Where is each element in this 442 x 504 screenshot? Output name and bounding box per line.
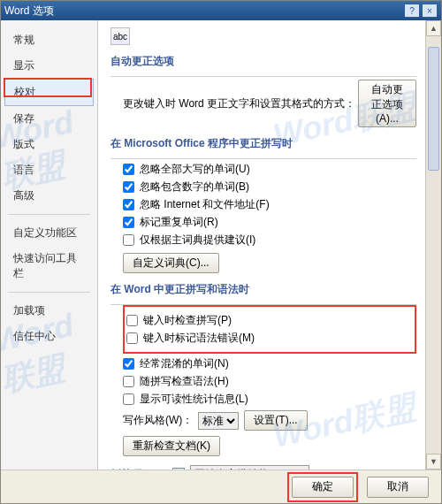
scroll-down-button[interactable]: ▼	[426, 454, 441, 470]
opt-readability-stats-label: 显示可读性统计信息(L)	[140, 392, 248, 407]
window-title: Word 选项	[4, 4, 402, 19]
content: abc 自动更正选项 更改键入时 Word 更正文字和设置其格式的方式： 自动更…	[98, 20, 425, 470]
opt-check-spelling-typing-label: 键入时检查拼写(P)	[143, 313, 232, 328]
opt-main-dict-only[interactable]	[123, 234, 134, 246]
sidebar-divider-2	[8, 292, 90, 293]
dialog-footer: 确定 取消	[1, 470, 441, 503]
cancel-button[interactable]: 取消	[367, 477, 429, 498]
opt-readability-stats[interactable]	[123, 393, 134, 405]
opt-flag-repeated[interactable]	[123, 217, 134, 228]
opt-main-dict-only-label: 仅根据主词典提供建议(I)	[140, 233, 255, 248]
abc-icon: abc	[110, 27, 130, 45]
section-autocorrect-title: 自动更正选项	[110, 54, 416, 69]
recheck-document-button[interactable]: 重新检查文档(K)	[123, 436, 220, 456]
section-exceptions-title-row: 例外项(X)： 网站金字塔结构.docx	[110, 465, 416, 470]
opt-mark-grammar-typing-label: 键入时标记语法错误(M)	[143, 331, 255, 346]
sidebar-item-save[interactable]: 保存	[4, 106, 93, 132]
sidebar-item-layout[interactable]: 版式	[4, 132, 93, 157]
sidebar-item-trust[interactable]: 信任中心	[4, 324, 93, 349]
ok-button[interactable]: 确定	[292, 477, 354, 498]
vertical-scrollbar[interactable]: ▲ ▼	[425, 20, 441, 470]
writing-style-settings-button[interactable]: 设置(T)...	[244, 410, 307, 431]
highlight-typing-checks: 键入时检查拼写(P) 键入时标记语法错误(M)	[123, 305, 416, 354]
sidebar-divider-1	[8, 214, 90, 215]
section-office-spell-title: 在 Microsoft Office 程序中更正拼写时	[110, 136, 416, 151]
opt-grammar-with-spelling-label: 随拼写检查语法(H)	[140, 374, 229, 389]
sidebar-item-language[interactable]: 语言	[4, 157, 93, 183]
scroll-track[interactable]	[426, 36, 441, 454]
word-options-window: Word 选项 ? × 常规 显示 校对 保存 版式 语言 高级 自定义功能区 …	[0, 0, 442, 504]
opt-ignore-numbers-label: 忽略包含数字的单词(B)	[140, 179, 249, 195]
sidebar-item-display[interactable]: 显示	[4, 53, 93, 79]
sidebar-item-proofing[interactable]: 校对	[4, 79, 93, 106]
autocorrect-options-button[interactable]: 自动更正选项(A)...	[358, 80, 416, 127]
autocorrect-desc: 更改键入时 Word 更正文字和设置其格式的方式：	[123, 96, 355, 111]
sidebar-item-qat[interactable]: 快速访问工具栏	[4, 246, 93, 286]
opt-confused-words-label: 经常混淆的单词(N)	[140, 356, 229, 371]
opt-check-spelling-typing[interactable]	[126, 315, 138, 326]
help-button[interactable]: ?	[404, 4, 420, 18]
sidebar-item-customize-ribbon[interactable]: 自定义功能区	[4, 220, 93, 246]
section-word-spell-title: 在 Word 中更正拼写和语法时	[110, 282, 416, 297]
sidebar-item-general[interactable]: 常规	[4, 27, 93, 53]
exceptions-title: 例外项(X)：	[110, 467, 167, 470]
writing-style-label: 写作风格(W)：	[123, 413, 193, 428]
opt-grammar-with-spelling[interactable]	[123, 376, 134, 387]
dialog-body: 常规 显示 校对 保存 版式 语言 高级 自定义功能区 快速访问工具栏 加载项 …	[1, 20, 441, 470]
titlebar: Word 选项 ? ×	[1, 1, 441, 20]
opt-ignore-uppercase-label: 忽略全部大写的单词(U)	[140, 162, 250, 177]
opt-ignore-internet[interactable]	[123, 199, 134, 210]
opt-flag-repeated-label: 标记重复单词(R)	[140, 215, 218, 230]
opt-mark-grammar-typing[interactable]	[126, 332, 138, 344]
sidebar-item-advanced[interactable]: 高级	[4, 183, 93, 209]
writing-style-select[interactable]: 标准	[198, 412, 239, 430]
sidebar-item-addins[interactable]: 加载项	[4, 298, 93, 324]
custom-dictionaries-button[interactable]: 自定义词典(C)...	[123, 253, 219, 273]
sidebar: 常规 显示 校对 保存 版式 语言 高级 自定义功能区 快速访问工具栏 加载项 …	[1, 20, 98, 470]
opt-confused-words[interactable]	[123, 358, 134, 370]
highlight-ok: 确定	[287, 472, 358, 502]
content-wrap: abc 自动更正选项 更改键入时 Word 更正文字和设置其格式的方式： 自动更…	[98, 20, 441, 470]
opt-ignore-uppercase[interactable]	[123, 164, 134, 175]
exceptions-doc-select[interactable]: 网站金字塔结构.docx	[190, 465, 309, 470]
scroll-up-button[interactable]: ▲	[426, 20, 441, 36]
opt-ignore-internet-label: 忽略 Internet 和文件地址(F)	[140, 197, 270, 212]
scroll-thumb[interactable]	[428, 47, 439, 171]
close-button[interactable]: ×	[422, 4, 438, 18]
autocorrect-row: 更改键入时 Word 更正文字和设置其格式的方式： 自动更正选项(A)...	[110, 80, 416, 127]
opt-ignore-numbers[interactable]	[123, 181, 134, 193]
doc-icon	[172, 468, 185, 470]
